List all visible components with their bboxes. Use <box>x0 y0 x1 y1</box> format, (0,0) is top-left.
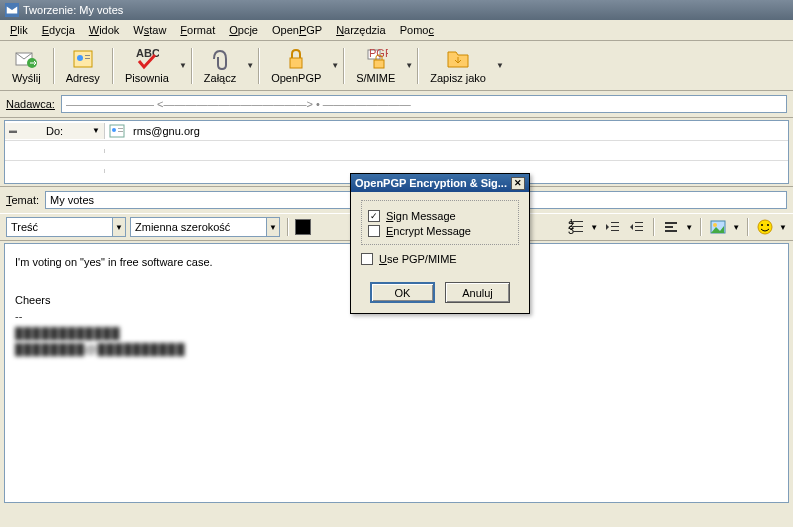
insert-smiley-button[interactable] <box>755 217 775 237</box>
saveas-dropdown[interactable]: ▼ <box>496 61 504 70</box>
spell-button[interactable]: ABC Pisownia <box>117 45 177 86</box>
chevron-down-icon: ▼ <box>112 218 125 236</box>
indent-button[interactable] <box>626 217 646 237</box>
svg-rect-11 <box>374 60 384 68</box>
recipient-row-empty[interactable] <box>5 141 788 161</box>
contacts-icon <box>71 47 95 71</box>
lock-icon <box>284 47 308 71</box>
svg-rect-24 <box>611 230 619 231</box>
text-color-swatch[interactable] <box>295 219 311 235</box>
attach-icon <box>208 47 232 71</box>
toolbar-separator <box>343 48 344 84</box>
openpgp-dropdown[interactable]: ▼ <box>331 61 339 70</box>
menu-help[interactable]: Pomoc <box>394 22 440 38</box>
attach-dropdown[interactable]: ▼ <box>246 61 254 70</box>
menu-options[interactable]: Opcje <box>223 22 264 38</box>
svg-text:ABC: ABC <box>136 47 159 59</box>
send-button[interactable]: Wyślij <box>4 45 49 86</box>
spell-icon: ABC <box>135 47 159 71</box>
sender-row: Nadawca: ———————— <—————————————> • ————… <box>0 91 793 118</box>
openpgp-button[interactable]: OpenPGP <box>263 45 329 86</box>
svg-rect-27 <box>635 230 643 231</box>
main-toolbar: Wyślij Adresy ABC Pisownia ▼ Załącz ▼ Op… <box>0 41 793 91</box>
window-title: Tworzenie: My votes <box>23 4 123 16</box>
svg-rect-28 <box>665 222 677 224</box>
pgpmime-checkbox-row[interactable]: Use PGP/MIME <box>361 253 519 265</box>
menu-file[interactable]: Plik <box>4 22 34 38</box>
font-combo[interactable]: Zmienna szerokość▼ <box>130 217 280 237</box>
spell-dropdown[interactable]: ▼ <box>179 61 187 70</box>
checkbox-checked-icon: ✓ <box>368 210 380 222</box>
svg-rect-30 <box>665 230 677 232</box>
svg-point-4 <box>77 55 83 61</box>
smime-dropdown[interactable]: ▼ <box>405 61 413 70</box>
send-icon <box>14 47 38 71</box>
menu-tools[interactable]: Narzędzia <box>330 22 392 38</box>
svg-rect-23 <box>611 226 619 227</box>
minus-icon: ▬ <box>9 126 17 135</box>
recipient-row: ▬ Do: ▼ rms@gnu.org <box>5 121 788 141</box>
svg-rect-8 <box>290 58 302 68</box>
menu-format[interactable]: Format <box>174 22 221 38</box>
app-icon <box>5 3 19 17</box>
toolbar-separator <box>417 48 418 84</box>
svg-rect-14 <box>118 128 123 129</box>
paragraph-style-combo[interactable]: Treść▼ <box>6 217 126 237</box>
menu-openpgp[interactable]: OpenPGP <box>266 22 328 38</box>
cancel-button[interactable]: Anuluj <box>445 282 510 303</box>
ok-button[interactable]: OK <box>370 282 435 303</box>
list-dropdown[interactable]: ▼ <box>590 223 598 232</box>
smime-icon: PGP <box>364 47 388 71</box>
close-button[interactable]: ✕ <box>511 177 525 190</box>
menu-view[interactable]: Widok <box>83 22 126 38</box>
svg-point-33 <box>758 220 772 234</box>
openpgp-dialog: OpenPGP Encryption & Sig... ✕ ✓ Sign Mes… <box>350 173 530 314</box>
attach-button[interactable]: Załącz <box>196 45 244 86</box>
signature-email: ████████@██████████ <box>15 341 778 358</box>
encrypt-checkbox-row[interactable]: Encrypt Message <box>368 225 512 237</box>
image-dropdown[interactable]: ▼ <box>732 223 740 232</box>
subject-label: Temat: <box>6 194 39 206</box>
svg-rect-29 <box>665 226 673 228</box>
menubar: Plik Edycja Widok Wstaw Format Opcje Ope… <box>0 20 793 41</box>
toolbar-separator <box>112 48 113 84</box>
svg-rect-26 <box>635 226 643 227</box>
align-dropdown[interactable]: ▼ <box>685 223 693 232</box>
chevron-down-icon: ▼ <box>266 218 279 236</box>
sender-field[interactable]: ———————— <—————————————> • ———————— <box>61 95 787 113</box>
sign-checkbox-row[interactable]: ✓ Sign Message <box>368 210 512 222</box>
smime-button[interactable]: PGP S/MIME <box>348 45 403 86</box>
toolbar-separator <box>258 48 259 84</box>
svg-rect-5 <box>85 55 90 56</box>
svg-text:3: 3 <box>568 224 574 235</box>
align-button[interactable] <box>661 217 681 237</box>
svg-point-32 <box>713 223 717 227</box>
recipient-value[interactable]: rms@gnu.org <box>129 123 204 139</box>
checkbox-icon <box>368 225 380 237</box>
contact-card-icon[interactable] <box>109 123 125 139</box>
checkbox-icon <box>361 253 373 265</box>
toolbar-separator <box>191 48 192 84</box>
contacts-button[interactable]: Adresy <box>58 45 108 86</box>
outdent-button[interactable] <box>602 217 622 237</box>
menu-insert[interactable]: Wstaw <box>127 22 172 38</box>
folder-icon <box>446 47 470 71</box>
window-titlebar: Tworzenie: My votes <box>0 0 793 20</box>
svg-rect-19 <box>573 226 583 227</box>
svg-rect-17 <box>573 221 583 222</box>
chevron-down-icon: ▼ <box>92 126 100 135</box>
dialog-titlebar: OpenPGP Encryption & Sig... ✕ <box>351 174 529 192</box>
svg-rect-21 <box>573 231 583 232</box>
sender-label: Nadawca: <box>6 98 55 110</box>
signature-name: ████████████ <box>15 325 778 342</box>
svg-point-34 <box>761 224 763 226</box>
saveas-button[interactable]: Zapisz jako <box>422 45 494 86</box>
svg-point-13 <box>112 128 116 132</box>
dialog-group: ✓ Sign Message Encrypt Message <box>361 200 519 245</box>
numbered-list-button[interactable]: 123 <box>566 217 586 237</box>
smiley-dropdown[interactable]: ▼ <box>779 223 787 232</box>
svg-text:PGP: PGP <box>369 47 388 59</box>
insert-image-button[interactable] <box>708 217 728 237</box>
recipient-type-selector[interactable]: ▬ Do: ▼ <box>5 123 105 139</box>
menu-edit[interactable]: Edycja <box>36 22 81 38</box>
